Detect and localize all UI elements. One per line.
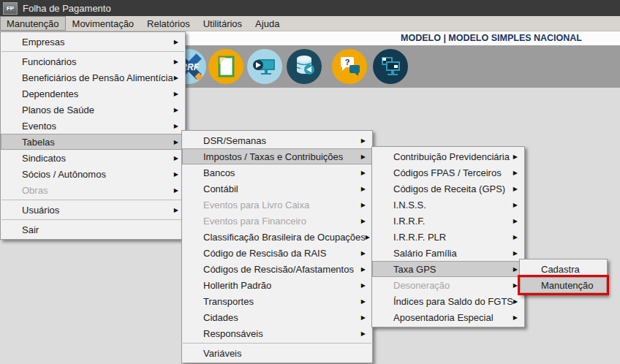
menu-item-eventos[interactable]: Eventos▶	[1, 118, 185, 134]
menu-item-tabelas[interactable]: Tabelas▶	[1, 134, 185, 150]
menu-item-label: Impostos / Taxas e Contribuições	[203, 151, 343, 162]
menu-item-irrf[interactable]: I.R.R.F.▶	[372, 213, 524, 229]
submenu-arrow-icon: ▶	[174, 207, 178, 213]
menu-manutencao: Empresas▶ Funcionários▶ Beneficiários de…	[0, 31, 186, 240]
app-window: FP Folha de Pagamento Manutenção Movimen…	[0, 0, 620, 364]
menu-item-planos-de-saude[interactable]: Planos de Saúde▶	[1, 102, 185, 118]
menu-item-beneficiarios-pensao[interactable]: Beneficiários de Pensão Alimentícia▶	[1, 69, 185, 86]
submenu-arrow-icon: ▶	[174, 123, 178, 129]
menu-item-label: Hollerith Padrão	[203, 280, 271, 291]
submenu-arrow-icon: ▶	[361, 282, 366, 289]
menu-item-label: Transportes	[203, 296, 254, 307]
submenu-arrow-icon: ▶	[513, 153, 518, 160]
menubar-item-movimentacao[interactable]: Movimentação	[66, 16, 141, 31]
menu-item-label: Usuários	[22, 205, 59, 216]
submenu-arrow-icon: ▶	[174, 91, 178, 97]
menu-item-empresas[interactable]: Empresas▶	[1, 34, 185, 50]
menu-item-label: Eventos	[22, 121, 56, 132]
submenu-arrow-icon: ▶	[174, 75, 178, 81]
menu-item-label: Tabelas	[22, 137, 55, 148]
menu-item-codigo-rescisao-rais[interactable]: Código de Rescisão da RAIS▶	[182, 245, 372, 261]
submenu-arrow-icon: ▶	[361, 330, 366, 337]
menu-item-label: Empresas	[22, 37, 65, 48]
menu-item-label: I.R.R.F. PLR	[393, 232, 446, 243]
menu-item-responsaveis[interactable]: Responsáveis▶	[182, 325, 372, 341]
menu-item-label: Obras	[22, 185, 48, 196]
menubar-item-relatorios[interactable]: Relatórios	[140, 16, 197, 31]
menu-item-cidades[interactable]: Cidades▶	[182, 309, 372, 325]
menu-item-salario-familia[interactable]: Salário Família▶	[372, 245, 524, 261]
menu-item-dependentes[interactable]: Dependentes▶	[1, 86, 185, 102]
menu-item-label: Desoneração	[393, 280, 450, 291]
menu-item-manutencao-taxa-gps[interactable]: Manutenção	[520, 277, 607, 293]
menu-item-hollerith-padrao[interactable]: Hollerith Padrão▶	[182, 277, 372, 293]
menu-item-aposentadoria-especial[interactable]: Aposentadoria Especial▶	[372, 309, 524, 325]
database-export-icon[interactable]	[287, 49, 322, 84]
menu-item-label: Sair	[22, 224, 39, 235]
menu-item-contribuicao-previdenciaria[interactable]: Contribuição Previdenciária▶	[372, 148, 524, 164]
menu-item-socios-autonomos[interactable]: Sócios / Autônomos▶	[1, 166, 185, 182]
remote-computers-icon[interactable]	[373, 49, 408, 84]
menu-item-label: Contábil	[203, 183, 238, 194]
submenu-arrow-icon: ▶	[513, 314, 518, 321]
submenu-arrow-icon: ▶	[361, 250, 366, 257]
menu-item-codigos-fpas-terceiros[interactable]: Códigos FPAS / Terceiros▶	[372, 164, 524, 181]
menu-item-codigos-receita-gps[interactable]: Códigos de Receita (GPS)▶	[372, 181, 524, 197]
menu-item-label: Planos de Saúde	[22, 105, 94, 115]
menu-item-usuarios[interactable]: Usuários▶	[1, 202, 185, 218]
menu-item-transportes[interactable]: Transportes▶	[182, 293, 372, 309]
menu-item-impostos-taxas-contribuicoes[interactable]: Impostos / Taxas e Contribuições▶	[182, 148, 372, 164]
menu-item-label: Códigos FPAS / Terceiros	[393, 167, 502, 178]
menu-item-desoneracao: Desoneração▶	[372, 277, 524, 293]
menu-item-codigos-rescisao-afastamentos[interactable]: Códigos de Rescisão/Afastamentos▶	[182, 261, 372, 277]
menu-item-variaveis[interactable]: Variáveis	[182, 345, 372, 361]
import-to-screen-icon[interactable]	[247, 49, 282, 84]
menu-item-irrf-plr[interactable]: I.R.R.F. PLR▶	[372, 229, 524, 245]
menu-item-label: Beneficiários de Pensão Alimentícia	[22, 72, 173, 83]
menubar-item-ajuda[interactable]: Ajuda	[249, 16, 286, 31]
menu-item-label: Cidades	[203, 312, 238, 323]
submenu-tabelas: DSR/Semanas▶ Impostos / Taxas e Contribu…	[181, 130, 373, 363]
menu-item-label: Funcionários	[22, 56, 76, 67]
menu-item-sindicatos[interactable]: Sindicatos▶	[1, 150, 185, 166]
menu-item-indices-saldo-fgts[interactable]: Índices para Saldo do FGTS▶	[372, 293, 524, 309]
menu-item-funcionarios[interactable]: Funcionários▶	[1, 53, 185, 69]
menu-item-contabil[interactable]: Contábil▶	[182, 181, 372, 197]
menu-item-eventos-livro-caixa: Eventos para Livro Caixa▶	[182, 197, 372, 213]
submenu-arrow-icon: ▶	[361, 186, 366, 192]
menubar-item-manutencao[interactable]: Manutenção	[0, 16, 66, 31]
menu-item-bancos[interactable]: Bancos▶	[182, 164, 372, 181]
submenu-arrow-icon: ▶	[513, 298, 518, 305]
menu-item-label: Aposentadoria Especial	[393, 312, 494, 323]
menubar-item-utilitarios[interactable]: Utilitários	[197, 16, 249, 31]
submenu-arrow-icon: ▶	[174, 139, 178, 145]
window-title: Folha de Pagamento	[23, 3, 111, 14]
submenu-arrow-icon: ▶	[361, 137, 366, 144]
submenu-arrow-icon: ▶	[361, 170, 366, 176]
submenu-arrow-icon: ▶	[366, 234, 370, 240]
menu-separator	[1, 200, 184, 200]
help-chat-icon[interactable]: ?	[332, 49, 367, 84]
submenu-arrow-icon: ▶	[361, 202, 366, 208]
menu-separator	[1, 219, 184, 220]
menu-item-sair[interactable]: Sair	[1, 221, 185, 238]
submenu-arrow-icon: ▶	[361, 298, 366, 305]
submenu-arrow-icon: ▶	[513, 186, 518, 192]
menu-item-label: Bancos	[203, 167, 235, 178]
menu-item-cbo[interactable]: Classificação Brasileira de Ocupações▶	[182, 229, 372, 245]
menu-item-obras: Obras▶	[1, 182, 185, 198]
submenu-arrow-icon: ▶	[174, 58, 178, 65]
menu-item-label: Códigos de Rescisão/Afastamentos	[203, 264, 354, 275]
menu-item-label: Salário Família	[393, 248, 457, 259]
menu-item-cadastra[interactable]: Cadastra	[520, 261, 607, 277]
menu-item-taxa-gps[interactable]: Taxa GPS▶	[372, 261, 524, 277]
menu-item-label: Código de Rescisão da RAIS	[203, 248, 326, 259]
new-document-icon[interactable]	[208, 49, 243, 84]
app-icon: FP	[3, 2, 18, 15]
menu-item-dsr-semanas[interactable]: DSR/Semanas▶	[182, 132, 372, 148]
submenu-arrow-icon: ▶	[174, 171, 178, 178]
submenu-arrow-icon: ▶	[361, 266, 366, 273]
menu-item-inss[interactable]: I.N.S.S.▶	[372, 197, 524, 213]
menu-item-label: Eventos para Financeiro	[203, 216, 306, 227]
menu-item-label: Taxa GPS	[393, 264, 436, 275]
